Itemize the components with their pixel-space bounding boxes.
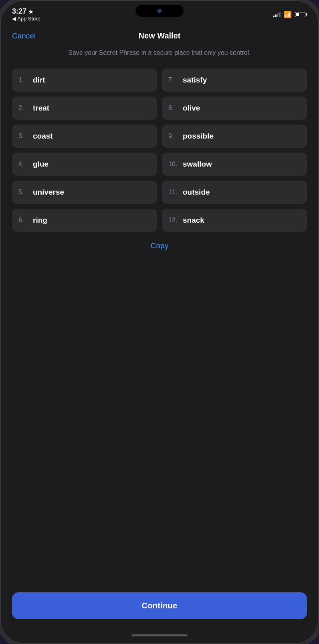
time-display: 3:27 <box>12 7 26 16</box>
word-number: 5. <box>18 189 30 196</box>
word-item: 7.satisfy <box>162 68 307 92</box>
word-text: olive <box>183 104 200 113</box>
screen-content: Cancel New Wallet Save your Secret Phras… <box>1 25 318 643</box>
word-item: 12.snack <box>162 209 307 232</box>
copy-button[interactable]: Copy <box>151 242 168 250</box>
word-number: 9. <box>168 133 180 140</box>
word-number: 12. <box>168 217 180 224</box>
bottom-area: Continue <box>1 586 318 627</box>
word-number: 3. <box>18 133 30 140</box>
word-number: 4. <box>18 161 30 168</box>
word-item: 1.dirt <box>12 68 157 92</box>
dynamic-island <box>135 5 184 17</box>
word-text: ring <box>33 216 47 225</box>
back-label: App Store <box>17 16 40 22</box>
word-text: treat <box>33 104 49 113</box>
cancel-button[interactable]: Cancel <box>12 32 36 40</box>
spacer <box>1 258 318 586</box>
back-chevron: ◀ <box>12 16 16 22</box>
word-text: possible <box>183 132 214 141</box>
word-text: outside <box>183 188 210 197</box>
word-item: 3.coast <box>12 125 157 148</box>
word-item: 11.outside <box>162 181 307 204</box>
home-indicator <box>1 627 318 643</box>
battery-body <box>295 12 305 17</box>
word-item: 8.olive <box>162 97 307 120</box>
app-store-back: ◀ App Store <box>12 16 40 22</box>
subtitle-text: Save your Secret Phrase in a secure plac… <box>1 45 318 65</box>
word-number: 10. <box>168 161 180 168</box>
location-icon <box>28 9 33 14</box>
word-item: 5.universe <box>12 181 157 204</box>
status-bar-right: 📶 <box>273 11 307 18</box>
phone-frame: 3:27 ◀ App Store 📶 <box>0 0 319 644</box>
word-text: swallow <box>183 160 212 169</box>
word-number: 7. <box>168 76 180 84</box>
dynamic-island-container <box>135 5 184 17</box>
wifi-icon: 📶 <box>284 11 292 18</box>
status-bar: 3:27 ◀ App Store 📶 <box>1 1 318 25</box>
battery-tip <box>306 13 307 16</box>
word-text: satisfy <box>183 76 207 85</box>
word-grid: 1.dirt7.satisfy2.treat8.olive3.coast9.po… <box>1 65 318 240</box>
status-bar-left: 3:27 ◀ App Store <box>12 7 40 22</box>
word-text: snack <box>183 216 204 225</box>
word-number: 2. <box>18 105 30 112</box>
word-item: 9.possible <box>162 125 307 148</box>
word-text: glue <box>33 160 48 169</box>
continue-button[interactable]: Continue <box>12 592 307 619</box>
word-number: 6. <box>18 217 30 224</box>
word-number: 11. <box>168 189 180 196</box>
status-time: 3:27 <box>12 7 33 16</box>
page-title: New Wallet <box>139 31 181 40</box>
word-text: dirt <box>33 76 45 85</box>
word-item: 6.ring <box>12 209 157 232</box>
battery-fill <box>296 13 299 16</box>
word-number: 8. <box>168 105 180 112</box>
word-text: coast <box>33 132 53 141</box>
word-number: 1. <box>18 76 30 84</box>
home-bar <box>131 634 188 636</box>
top-bar: Cancel New Wallet <box>1 25 318 45</box>
copy-button-container: Copy <box>1 240 318 258</box>
word-item: 4.glue <box>12 153 157 176</box>
word-text: universe <box>33 188 64 197</box>
battery-icon <box>295 12 307 17</box>
word-item: 2.treat <box>12 97 157 120</box>
signal-icon <box>273 12 281 17</box>
dynamic-island-dot <box>157 9 162 13</box>
word-item: 10.swallow <box>162 153 307 176</box>
